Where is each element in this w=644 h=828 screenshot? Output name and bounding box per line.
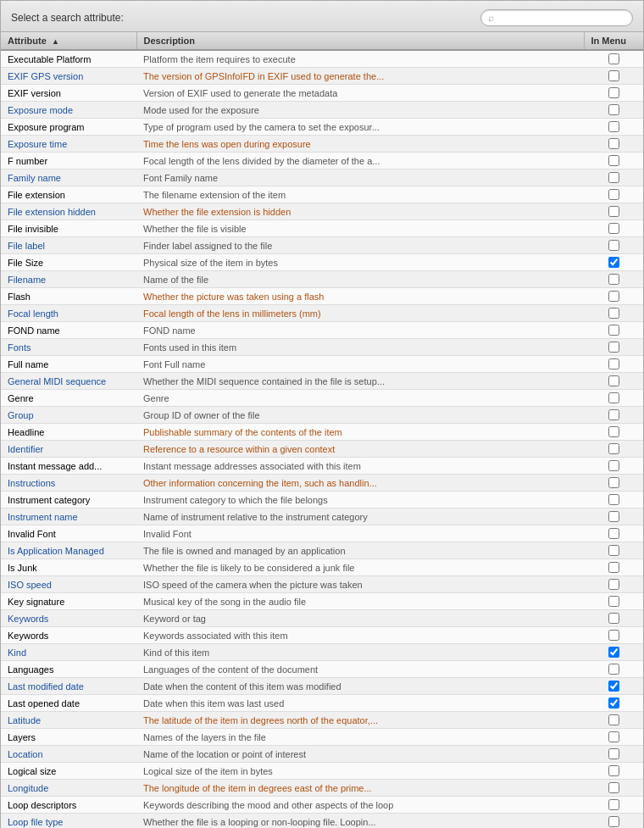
in-menu-checkbox[interactable] bbox=[608, 53, 619, 64]
in-menu-checkbox[interactable] bbox=[608, 223, 619, 234]
attr-cell: EXIF GPS version bbox=[1, 68, 136, 85]
in-menu-checkbox[interactable] bbox=[608, 274, 619, 285]
table-row: Exposure programType of program used by … bbox=[1, 119, 643, 136]
desc-cell: ISO speed of the camera when the picture… bbox=[136, 576, 584, 593]
in-menu-checkbox[interactable] bbox=[608, 664, 619, 675]
in-menu-checkbox[interactable] bbox=[608, 681, 619, 692]
in-menu-checkbox[interactable] bbox=[608, 206, 619, 217]
in-menu-checkbox[interactable] bbox=[608, 477, 619, 488]
attr-cell: Keywords bbox=[1, 610, 136, 627]
desc-cell: Platform the item requires to execute bbox=[136, 50, 584, 68]
table-row: File invisibleWhether the file is visibl… bbox=[1, 220, 643, 237]
in-menu-checkbox[interactable] bbox=[608, 155, 619, 166]
desc-cell: Whether the file is a looping or non-loo… bbox=[136, 814, 584, 829]
in-menu-checkbox[interactable] bbox=[608, 511, 619, 522]
header-label: Select a search attribute: bbox=[11, 12, 124, 24]
attr-cell: Instrument category bbox=[1, 492, 136, 508]
in-menu-cell bbox=[584, 85, 643, 102]
col-attribute[interactable]: Attribute ▲ bbox=[1, 32, 136, 50]
in-menu-cell bbox=[584, 305, 643, 322]
attr-cell: Filename bbox=[1, 271, 136, 288]
in-menu-cell bbox=[584, 729, 643, 746]
in-menu-checkbox[interactable] bbox=[608, 426, 619, 437]
in-menu-checkbox[interactable] bbox=[608, 189, 619, 200]
table-row: File SizePhysical size of the item in by… bbox=[1, 254, 643, 271]
in-menu-checkbox[interactable] bbox=[608, 342, 619, 353]
table-row: EXIF versionVersion of EXIF used to gene… bbox=[1, 85, 643, 102]
in-menu-checkbox[interactable] bbox=[608, 104, 619, 115]
in-menu-cell bbox=[584, 559, 643, 576]
table-row: InstructionsOther information concerning… bbox=[1, 475, 643, 492]
desc-cell: Date when this item was last used bbox=[136, 695, 584, 712]
attr-cell: Group bbox=[1, 407, 136, 424]
in-menu-checkbox[interactable] bbox=[608, 308, 619, 319]
table-row: FilenameName of the file bbox=[1, 271, 643, 288]
desc-cell: Names of the layers in the file bbox=[136, 729, 584, 746]
in-menu-checkbox[interactable] bbox=[608, 799, 619, 810]
in-menu-checkbox[interactable] bbox=[608, 257, 619, 268]
in-menu-cell bbox=[584, 644, 643, 661]
table-row: General MIDI sequenceWhether the MIDI se… bbox=[1, 373, 643, 390]
col-description[interactable]: Description bbox=[136, 32, 584, 50]
attr-cell: Exposure program bbox=[1, 119, 136, 136]
in-menu-checkbox[interactable] bbox=[608, 816, 619, 827]
attr-cell: ISO speed bbox=[1, 576, 136, 593]
in-menu-cell bbox=[584, 763, 643, 780]
in-menu-checkbox[interactable] bbox=[608, 87, 619, 98]
in-menu-checkbox[interactable] bbox=[608, 562, 619, 573]
in-menu-checkbox[interactable] bbox=[608, 358, 619, 370]
desc-cell: Keywords associated with this item bbox=[136, 627, 584, 644]
table-row: File extension hiddenWhether the file ex… bbox=[1, 203, 643, 220]
in-menu-checkbox[interactable] bbox=[608, 240, 619, 251]
in-menu-checkbox[interactable] bbox=[608, 731, 619, 742]
in-menu-checkbox[interactable] bbox=[608, 291, 619, 302]
in-menu-checkbox[interactable] bbox=[608, 697, 619, 709]
desc-cell: Date when the content of this item was m… bbox=[136, 678, 584, 695]
in-menu-cell bbox=[584, 508, 643, 525]
in-menu-checkbox[interactable] bbox=[608, 613, 619, 624]
in-menu-checkbox[interactable] bbox=[608, 494, 619, 505]
in-menu-cell bbox=[584, 678, 643, 695]
desc-cell: Focal length of the lens in millimeters … bbox=[136, 305, 584, 322]
in-menu-checkbox[interactable] bbox=[608, 375, 619, 386]
in-menu-checkbox[interactable] bbox=[608, 70, 619, 81]
in-menu-checkbox[interactable] bbox=[608, 121, 619, 132]
in-menu-checkbox[interactable] bbox=[608, 443, 619, 454]
desc-cell: Fonts used in this item bbox=[136, 339, 584, 356]
in-menu-checkbox[interactable] bbox=[608, 765, 619, 776]
attr-cell: Fonts bbox=[1, 339, 136, 356]
search-box[interactable]: ⌕ bbox=[480, 9, 633, 26]
in-menu-checkbox[interactable] bbox=[608, 138, 619, 149]
attr-cell: Layers bbox=[1, 729, 136, 746]
attr-cell: Identifier bbox=[1, 441, 136, 458]
desc-cell: Whether the MIDI sequence contained in t… bbox=[136, 373, 584, 390]
search-input[interactable] bbox=[497, 13, 625, 23]
in-menu-checkbox[interactable] bbox=[608, 596, 619, 607]
in-menu-cell bbox=[584, 797, 643, 814]
in-menu-checkbox[interactable] bbox=[608, 172, 619, 183]
in-menu-checkbox[interactable] bbox=[608, 579, 619, 590]
in-menu-checkbox[interactable] bbox=[608, 782, 619, 793]
in-menu-checkbox[interactable] bbox=[608, 647, 619, 658]
attr-cell: File label bbox=[1, 237, 136, 254]
table-row: ISO speedISO speed of the camera when th… bbox=[1, 576, 643, 593]
table-row: HeadlinePublishable summary of the conte… bbox=[1, 424, 643, 441]
in-menu-checkbox[interactable] bbox=[608, 545, 619, 556]
in-menu-checkbox[interactable] bbox=[608, 630, 619, 641]
in-menu-checkbox[interactable] bbox=[608, 460, 619, 471]
in-menu-checkbox[interactable] bbox=[608, 325, 619, 336]
table-container: Attribute ▲ Description In Menu Executab… bbox=[1, 31, 643, 828]
in-menu-checkbox[interactable] bbox=[608, 409, 619, 420]
in-menu-checkbox[interactable] bbox=[608, 392, 619, 403]
table-body: Executable PlatformPlatform the item req… bbox=[1, 50, 643, 828]
attributes-table: Attribute ▲ Description In Menu Executab… bbox=[1, 32, 643, 828]
table-row: KeywordsKeywords associated with this it… bbox=[1, 627, 643, 644]
in-menu-checkbox[interactable] bbox=[608, 748, 619, 759]
in-menu-cell bbox=[584, 441, 643, 458]
in-menu-checkbox[interactable] bbox=[608, 714, 619, 725]
col-in-menu[interactable]: In Menu bbox=[584, 32, 643, 50]
attr-cell: Kind bbox=[1, 644, 136, 661]
in-menu-checkbox[interactable] bbox=[608, 528, 619, 539]
attr-cell: Loop file type bbox=[1, 814, 136, 829]
attr-cell: Last opened date bbox=[1, 695, 136, 712]
